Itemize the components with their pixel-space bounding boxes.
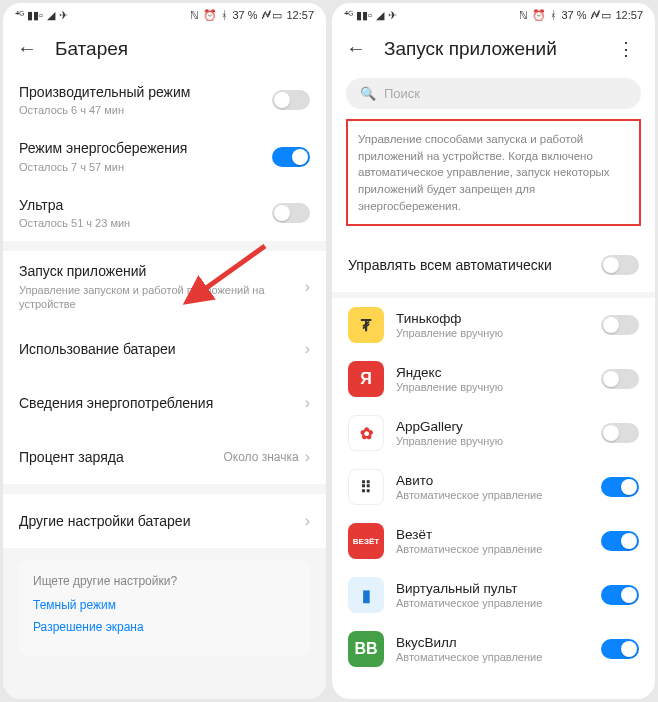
app-row[interactable]: ₮ТинькоффУправление вручную — [332, 298, 655, 352]
header: ← Запуск приложений ⋮ — [332, 27, 655, 72]
status-bar: ⁴ᴳ ▮▮▫ ◢ ✈ ℕ ⏰ ᚼ 37 % 🗲▭ 12:57 — [3, 3, 326, 27]
app-row[interactable]: ⠿АвитоАвтоматическое управление — [332, 460, 655, 514]
search-input[interactable]: 🔍 Поиск — [346, 78, 641, 109]
launch-title: Запуск приложений — [19, 262, 299, 280]
app-row[interactable]: ▮Виртуальный пультАвтоматическое управле… — [332, 568, 655, 622]
app-toggle[interactable] — [601, 477, 639, 497]
ultra-row[interactable]: Ультра Осталось 51 ч 23 мин — [3, 185, 326, 241]
wifi-icon: ◢ — [47, 9, 55, 22]
header: ← Батарея — [3, 27, 326, 72]
perf-mode-row[interactable]: Производительный режим Осталось 6 ч 47 м… — [3, 72, 326, 128]
app-launch-screen: ⁴ᴳ ▮▮▫ ◢ ✈ ℕ ⏰ ᚼ 37 % 🗲▭ 12:57 ← Запуск … — [332, 3, 655, 699]
other-row[interactable]: Другие настройки батареи › — [3, 494, 326, 548]
usage-title: Использование батареи — [19, 340, 299, 358]
back-icon[interactable]: ← — [346, 37, 366, 60]
app-name: Тинькофф — [396, 311, 601, 326]
app-icon: ▮ — [348, 577, 384, 613]
app-name: AppGallery — [396, 419, 601, 434]
app-name: Везёт — [396, 527, 601, 542]
nfc-icon: ℕ — [519, 9, 528, 22]
save-toggle[interactable] — [272, 147, 310, 167]
percent-title: Процент заряда — [19, 448, 223, 466]
app-row[interactable]: ✿AppGalleryУправление вручную — [332, 406, 655, 460]
chevron-right-icon: › — [305, 278, 310, 296]
auto-all-title: Управлять всем автоматически — [348, 256, 601, 274]
ultra-sub: Осталось 51 ч 23 мин — [19, 216, 272, 230]
other-title: Другие настройки батареи — [19, 512, 299, 530]
alarm-icon: ⏰ — [532, 9, 546, 22]
battery-icon: 🗲▭ — [590, 9, 611, 22]
app-toggle[interactable] — [601, 639, 639, 659]
search-icon: 🔍 — [360, 86, 376, 101]
auto-all-toggle[interactable] — [601, 255, 639, 275]
clock: 12:57 — [615, 9, 643, 21]
percent-value: Около значка — [223, 450, 298, 464]
app-name: Авито — [396, 473, 601, 488]
description-highlight: Управление способами запуска и работой п… — [346, 119, 641, 226]
details-row[interactable]: Сведения энергопотребления › — [3, 376, 326, 430]
app-sub: Автоматическое управление — [396, 651, 601, 663]
app-row[interactable]: ЯЯндексУправление вручную — [332, 352, 655, 406]
battery-icon: 🗲▭ — [261, 9, 282, 22]
resolution-link[interactable]: Разрешение экрана — [33, 620, 296, 634]
status-right: ℕ ⏰ ᚼ 37 % 🗲▭ 12:57 — [519, 9, 643, 22]
usage-row[interactable]: Использование батареи › — [3, 322, 326, 376]
details-title: Сведения энергопотребления — [19, 394, 299, 412]
ultra-toggle[interactable] — [272, 203, 310, 223]
page-title: Запуск приложений — [384, 38, 593, 60]
bluetooth-icon: ᚼ — [221, 9, 228, 21]
dark-mode-link[interactable]: Темный режим — [33, 598, 296, 612]
page-title: Батарея — [55, 38, 312, 60]
search-placeholder: Поиск — [384, 86, 420, 101]
telegram-icon: ✈ — [59, 9, 68, 22]
battery-percent: 37 % — [561, 9, 586, 21]
app-name: Виртуальный пульт — [396, 581, 601, 596]
status-bar: ⁴ᴳ ▮▮▫ ◢ ✈ ℕ ⏰ ᚼ 37 % 🗲▭ 12:57 — [332, 3, 655, 27]
app-icon: ₮ — [348, 307, 384, 343]
perf-toggle[interactable] — [272, 90, 310, 110]
save-mode-row[interactable]: Режим энергосбережения Осталось 7 ч 57 м… — [3, 128, 326, 184]
percent-row[interactable]: Процент заряда Около значка › — [3, 430, 326, 484]
app-toggle[interactable] — [601, 585, 639, 605]
app-name: ВкусВилл — [396, 635, 601, 650]
clock: 12:57 — [286, 9, 314, 21]
save-sub: Осталось 7 ч 57 мин — [19, 160, 272, 174]
app-toggle[interactable] — [601, 423, 639, 443]
battery-screen: ⁴ᴳ ▮▮▫ ◢ ✈ ℕ ⏰ ᚼ 37 % 🗲▭ 12:57 ← Батарея… — [3, 3, 326, 699]
back-icon[interactable]: ← — [17, 37, 37, 60]
app-name: Яндекс — [396, 365, 601, 380]
chevron-right-icon: › — [305, 394, 310, 412]
app-row[interactable]: ВЕЗЁТВезётАвтоматическое управление — [332, 514, 655, 568]
more-icon[interactable]: ⋮ — [611, 38, 641, 60]
info-box: Ищете другие настройки? Темный режим Раз… — [19, 560, 310, 656]
app-icon: ⠿ — [348, 469, 384, 505]
app-sub: Управление вручную — [396, 435, 601, 447]
app-launch-row[interactable]: Запуск приложений Управление запуском и … — [3, 251, 326, 322]
chevron-right-icon: › — [305, 512, 310, 530]
app-row[interactable]: ВВВкусВиллАвтоматическое управление — [332, 622, 655, 676]
bluetooth-icon: ᚼ — [550, 9, 557, 21]
status-left: ⁴ᴳ ▮▮▫ ◢ ✈ — [344, 9, 397, 22]
app-sub: Управление вручную — [396, 381, 601, 393]
app-toggle[interactable] — [601, 369, 639, 389]
app-sub: Автоматическое управление — [396, 597, 601, 609]
app-icon: ВВ — [348, 631, 384, 667]
perf-title: Производительный режим — [19, 83, 272, 101]
battery-percent: 37 % — [232, 9, 257, 21]
app-sub: Автоматическое управление — [396, 543, 601, 555]
app-toggle[interactable] — [601, 315, 639, 335]
status-left: ⁴ᴳ ▮▮▫ ◢ ✈ — [15, 9, 68, 22]
app-icon: ВЕЗЁТ — [348, 523, 384, 559]
app-sub: Автоматическое управление — [396, 489, 601, 501]
perf-sub: Осталось 6 ч 47 мин — [19, 103, 272, 117]
info-question: Ищете другие настройки? — [33, 574, 296, 588]
telegram-icon: ✈ — [388, 9, 397, 22]
alarm-icon: ⏰ — [203, 9, 217, 22]
nfc-icon: ℕ — [190, 9, 199, 22]
app-icon: ✿ — [348, 415, 384, 451]
content: Производительный режим Осталось 6 ч 47 м… — [3, 72, 326, 699]
app-toggle[interactable] — [601, 531, 639, 551]
ultra-title: Ультра — [19, 196, 272, 214]
chevron-right-icon: › — [305, 448, 310, 466]
auto-all-row[interactable]: Управлять всем автоматически — [332, 238, 655, 292]
